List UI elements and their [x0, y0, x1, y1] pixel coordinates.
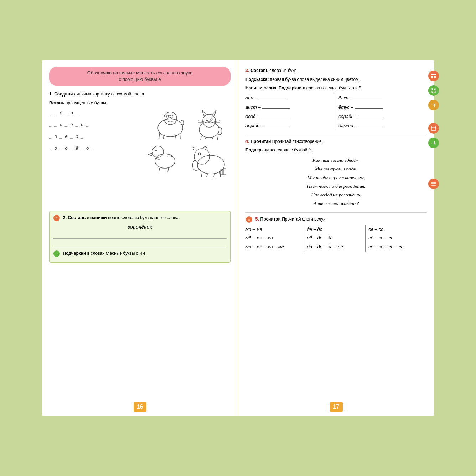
syl-3-3: сё – сё – со – со [368, 243, 427, 252]
task2-line: ≡ 2. Составь и напиши новые слова из бук… [53, 214, 227, 222]
elephant-sketch [188, 144, 229, 178]
svg-line-23 [201, 136, 201, 140]
word-left-2: аист – [245, 103, 334, 112]
svg-line-31 [168, 168, 169, 172]
svg-line-36 [207, 174, 207, 177]
pattern-row-3: _ о _ ё _ о _ [49, 134, 138, 139]
svg-rect-40 [223, 168, 226, 175]
svg-text:≡: ≡ [56, 216, 58, 220]
brick-icon [430, 73, 437, 79]
syl-1-1: мо – мё [245, 225, 304, 234]
task5-title-bold: Прочитай [260, 217, 281, 222]
underline-bold: Подчеркни [63, 251, 86, 256]
task3-write: Напиши слова. Подчеркни в словах гласные… [245, 85, 427, 91]
divider2 [245, 212, 427, 213]
task4: 4. Прочитай Прочитай стихотворение. Подч… [245, 138, 427, 208]
left-page-number: 16 [134, 402, 146, 412]
svg-point-2 [167, 115, 172, 119]
write-line-1 [53, 233, 227, 239]
book-container: Обозначаю на письме мягкость согласного … [42, 60, 434, 416]
task3-underline-label: Подчеркни [279, 86, 302, 90]
book-icon [430, 125, 437, 131]
task3-number: 3. [245, 68, 249, 73]
pattern-area: _ _ ё _ о _ _ _ о _ ё _ о _ _ о _ ё _ о … [49, 108, 231, 208]
poem-line-1: Как нам весело вдвоём, [245, 156, 427, 165]
arrow-icon: → [53, 250, 60, 257]
svg-text:→: → [55, 251, 59, 256]
arrow-right-icon-2 [430, 140, 437, 146]
icon-green-1 [428, 85, 439, 96]
syllables-grid: мо – мё мё – мо – мо мо – мё – мо – мё д… [245, 225, 427, 252]
svg-point-34 [198, 153, 201, 155]
task1-number: 1. [49, 91, 53, 97]
word-left-3: овод – [245, 112, 334, 121]
word-right-2: ётус – [338, 103, 427, 112]
svg-point-11 [199, 122, 219, 138]
task1-header: 1. Соедини линиями картинку со схемой сл… [49, 90, 231, 98]
words-left-col: оди – аист – овод – апрто – [245, 93, 334, 130]
task1-line2: Вставь пропущенные буквы. [49, 100, 231, 106]
svg-point-52 [434, 89, 435, 90]
divider1 [245, 135, 427, 135]
task3-hint-text: первая буква слова выделена синим цветом… [270, 77, 360, 82]
poem-line-2: Мы танцуем и поём. [245, 165, 427, 173]
animals-col [142, 108, 231, 208]
task5-title-rest: Прочитай слоги вслух. [282, 217, 327, 222]
word-right-3: серадь – [338, 112, 427, 121]
right-page-number: 17 [330, 402, 343, 412]
svg-marker-14 [212, 110, 216, 115]
icon-orange-2 [428, 123, 439, 134]
syl-2-2: дё – до – дё [307, 234, 366, 243]
arrow-right-icon [430, 102, 437, 108]
svg-point-3 [168, 117, 169, 118]
task2-number: 2. [63, 215, 67, 220]
svg-line-5 [159, 133, 160, 139]
svg-line-26 [217, 136, 218, 140]
task3-bold: Составь [250, 68, 268, 73]
syl-col-1: мо – мё мё – мо – мо мо – мё – мо – мё [245, 225, 304, 252]
syl-2-1: дё – до [307, 225, 366, 234]
svg-point-16 [210, 119, 212, 121]
svg-line-25 [212, 138, 213, 140]
svg-line-24 [205, 138, 206, 140]
task4-sub-bold: Подчеркни [245, 148, 269, 152]
task1-text1-rest: линиями картинку со схемой слова. [74, 92, 145, 97]
task3: 3. Составь слова из букв. Подсказка: пер… [245, 67, 427, 130]
task2-bold2: напиши [90, 215, 107, 220]
word-right-4: ёамтр – [338, 121, 427, 130]
poem-line-5: Нас водой не разольёшь, [245, 191, 427, 199]
section2: ≡ 2. Составь и напиши новые слова из бук… [49, 211, 231, 263]
write-line-2 [53, 242, 227, 247]
banner-line1: Обозначаю на письме мягкость согласного … [55, 70, 225, 76]
syl-3-1: сё – со [368, 225, 427, 234]
left-page: Обозначаю на письме мягкость согласного … [42, 60, 238, 416]
task4-title-rest: Прочитай стихотворение. [272, 139, 323, 144]
underline-task: → Подчеркни в словах гласные буквы о и ё… [53, 250, 227, 257]
svg-point-29 [155, 150, 157, 151]
svg-point-4 [170, 117, 171, 118]
task5-number: 5. [255, 216, 259, 222]
svg-point-1 [164, 112, 177, 125]
task4-title-bold: Прочитай [250, 139, 271, 144]
svg-line-6 [163, 135, 164, 139]
task2-bold1: Составь [68, 215, 86, 220]
task1-vstavb: Вставь [49, 100, 64, 105]
cursive-word: воронёнок [53, 224, 227, 230]
svg-line-30 [159, 168, 160, 172]
poem: Как нам весело вдвоём, Мы танцуем и поём… [245, 156, 427, 208]
duck-sketch [145, 140, 181, 172]
pattern-row-1: _ _ ё _ о _ [49, 110, 138, 115]
svg-point-10 [172, 115, 174, 117]
syl-2-3: до – до – дё – дё [307, 243, 366, 252]
task5: ≡ 5. Прочитай Прочитай слоги вслух. мо –… [245, 216, 427, 252]
syl-col-2: дё – до дё – до – дё до – до – дё – дё [304, 225, 366, 252]
task3-header: 3. Составь слова из букв. [245, 67, 427, 74]
right-side-icons [428, 71, 439, 189]
svg-point-12 [203, 114, 216, 127]
cat-sketch [191, 108, 227, 140]
task4-number: 4. [245, 139, 249, 144]
pink-banner: Обозначаю на письме мягкость согласного … [49, 67, 231, 86]
svg-rect-48 [431, 76, 433, 78]
patterns-col: _ _ ё _ о _ _ _ о _ ё _ о _ _ о _ ё _ о … [49, 108, 138, 157]
word-right-1: ёлки – [338, 93, 427, 103]
